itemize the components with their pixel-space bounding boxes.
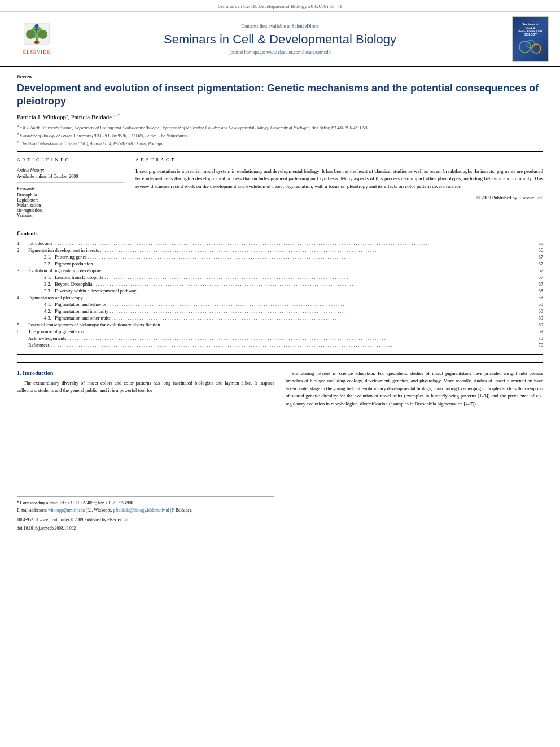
contents-num <box>17 260 28 267</box>
body-paragraph-right: stimulating interest in science educatio… <box>286 370 543 408</box>
keyword-melanization: Melanization <box>17 203 124 208</box>
header-divider <box>17 151 543 152</box>
keyword-drosophila: Drosophila <box>17 193 124 198</box>
contents-page: 67 <box>529 281 543 287</box>
contents-num: 4. <box>17 294 28 301</box>
contents-page: 70 <box>529 342 543 348</box>
svg-point-10 <box>519 41 531 53</box>
svg-point-4 <box>38 30 47 39</box>
contents-item-text: Acknowledgements .......................… <box>28 335 529 342</box>
contents-item-text: 4.2. Pigmentation and immunity .........… <box>28 308 529 314</box>
abstract-text: Insect pigmentation is a premier model s… <box>135 168 543 191</box>
journal-homepage: journal homepage: www.elsevier.com/locat… <box>68 49 492 55</box>
section-1-heading: 1. Introduction <box>17 370 274 376</box>
contents-page: 69 <box>529 328 543 335</box>
contents-row-2-2: 2.2. Pigment production ................… <box>17 260 543 267</box>
contents-num <box>17 314 28 321</box>
contents-page: 68 <box>529 308 543 314</box>
contents-row-3: 3. Evolution of pigmentation development… <box>17 267 543 274</box>
contents-page: 65 <box>529 240 543 247</box>
contents-item-text: Pigmentation development in insects ....… <box>28 247 529 254</box>
contents-num <box>17 254 28 260</box>
footnote-email: E-mail addresses: wittkopp@umich.edu (P.… <box>17 508 274 514</box>
body-paragraph-left: The extraordinary diversity of insect co… <box>17 379 274 395</box>
contents-row-4: 4. Pigmentation and pleiotropy .........… <box>17 294 543 301</box>
article-history-value: Available online 14 October 2008 <box>17 174 124 179</box>
journal-citation: Seminars in Cell & Developmental Biology… <box>0 0 560 12</box>
elsevier-tree-icon <box>20 23 54 49</box>
contents-num <box>17 281 28 287</box>
email-link-1[interactable]: wittkopp@umich.edu <box>48 508 85 513</box>
info-divider <box>17 182 124 183</box>
contents-item-text: 4.1. Pigmentation and behavior .........… <box>28 301 529 308</box>
contents-page: 68 <box>529 287 543 294</box>
contents-num <box>17 342 28 348</box>
abstract-panel: A B S T R A C T Insect pigmentation is a… <box>135 158 543 218</box>
doi-line: doi:10.1016/j.semcdb.2008.10.002 <box>17 526 274 531</box>
citation-text: Seminars in Cell & Developmental Biology… <box>218 3 342 9</box>
elsevier-logo-area: ELSEVIER <box>11 23 62 55</box>
svg-point-5 <box>34 41 40 44</box>
svg-point-6 <box>34 24 38 28</box>
contents-item-text: The promise of pigmentation ............… <box>28 328 529 335</box>
article-title: Development and evolution of insect pigm… <box>17 82 543 108</box>
contents-page: 68 <box>529 294 543 301</box>
contents-row-5: 5. Potential consequences of pleiotropy … <box>17 321 543 328</box>
article-type-label: Review <box>17 74 543 80</box>
authors: Patricia J. Wittkoppa, Patrícia Beldadeb… <box>17 113 543 120</box>
body-text-left: The extraordinary diversity of insect co… <box>17 379 274 395</box>
affiliation-c: c c Instituto Gulbenkian de Ciência (IGC… <box>17 139 543 147</box>
keyword-variation: Variation <box>17 213 124 218</box>
contents-page: 66 <box>529 247 543 254</box>
body-text-right: stimulating interest in science educatio… <box>286 370 543 408</box>
contents-section: Contents 1. Introduction ...............… <box>17 231 543 348</box>
keywords-label: Keywords: <box>17 186 124 191</box>
contents-num <box>17 287 28 294</box>
body-content: 1. Introduction The extraordinary divers… <box>17 362 543 531</box>
journal-cover-image: Seminars in CELL & DEVELOPMENTAL BIOLOGY <box>512 16 549 62</box>
page: Seminars in Cell & Developmental Biology… <box>0 0 560 747</box>
two-column-layout: 1. Introduction The extraordinary divers… <box>17 370 543 531</box>
contents-row-2: 2. Pigmentation development in insects .… <box>17 247 543 254</box>
contents-row-1: 1. Introduction ........................… <box>17 240 543 247</box>
contents-item-text: 3.3. Diversity within a developmental pa… <box>28 287 529 294</box>
contents-item-text: 3.2. Beyond Drosophila .................… <box>28 281 529 287</box>
contents-page: 67 <box>529 260 543 267</box>
contents-num: 1. <box>17 240 28 247</box>
body-divider <box>17 354 543 355</box>
contents-row-4-3: 4.3. Pigmentation and other traits .....… <box>17 314 543 321</box>
email-link-2[interactable]: p.beldade@biology.leidenuniv.nl <box>113 508 169 513</box>
contents-num: 5. <box>17 321 28 328</box>
journal-title-area: Contents lists available at ScienceDirec… <box>62 23 498 55</box>
sciencedirect-link[interactable]: ScienceDirect <box>292 23 319 29</box>
contents-num <box>17 335 28 342</box>
contents-row-4-1: 4.1. Pigmentation and behavior .........… <box>17 301 543 308</box>
contents-page: 67 <box>529 254 543 260</box>
article-content: Review Development and evolution of inse… <box>0 67 560 542</box>
contents-title: Contents <box>17 231 543 237</box>
section-divider <box>17 225 543 225</box>
affiliation-a: a a 830 North University Avenue, Departm… <box>17 123 543 131</box>
elsevier-label: ELSEVIER <box>23 50 50 55</box>
sciencedirect-info: Contents lists available at ScienceDirec… <box>68 23 492 29</box>
affiliation-b: b b Institute of Biology of Leiden Unive… <box>17 131 543 139</box>
contents-page: 67 <box>529 267 543 274</box>
homepage-link[interactable]: www.elsevier.com/locate/semcdb <box>266 49 331 55</box>
contents-item-text: 2.1. Patterning genes ..................… <box>28 254 529 260</box>
contents-num <box>17 274 28 281</box>
contents-row-6: 6. The promise of pigmentation .........… <box>17 328 543 335</box>
contents-num: 6. <box>17 328 28 335</box>
contents-item-text: 3.1. Lessons from Drosophila ...........… <box>28 274 529 281</box>
contents-item-text: Evolution of pigmentation development ..… <box>28 267 529 274</box>
column-left: 1. Introduction The extraordinary divers… <box>17 370 274 531</box>
contents-item-text: Pigmentation and pleiotropy ............… <box>28 294 529 301</box>
article-info-label: A R T I C L E I N F O <box>17 158 124 164</box>
contents-num: 2. <box>17 247 28 254</box>
contents-item-text: Potential consequences of pleiotropy for… <box>28 321 529 328</box>
contents-row-ref: References .............................… <box>17 342 543 348</box>
contents-item-text: References .............................… <box>28 342 529 348</box>
svg-point-12 <box>532 44 541 53</box>
journal-header: ELSEVIER Contents lists available at Sci… <box>0 12 560 67</box>
contents-num <box>17 301 28 308</box>
keyword-lepidoptera: Lepidoptera <box>17 198 124 203</box>
